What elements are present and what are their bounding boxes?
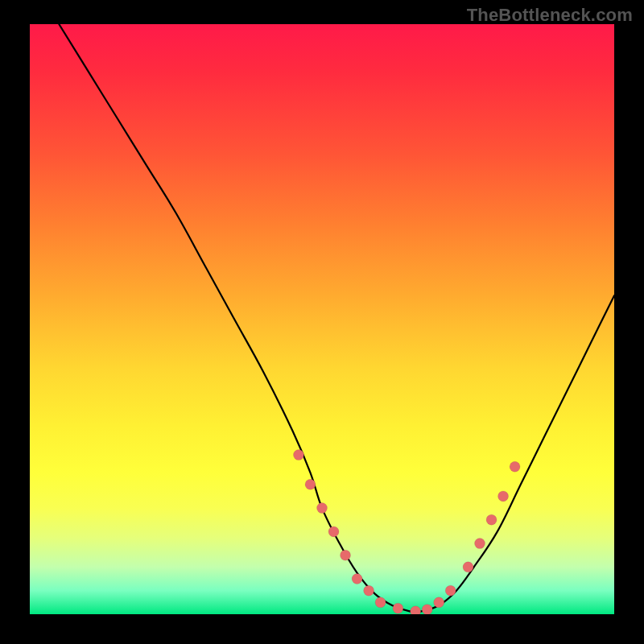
watermark-text: TheBottleneck.com	[467, 5, 633, 26]
plot-gradient-background	[30, 24, 614, 614]
chart-container: TheBottleneck.com	[0, 0, 644, 644]
